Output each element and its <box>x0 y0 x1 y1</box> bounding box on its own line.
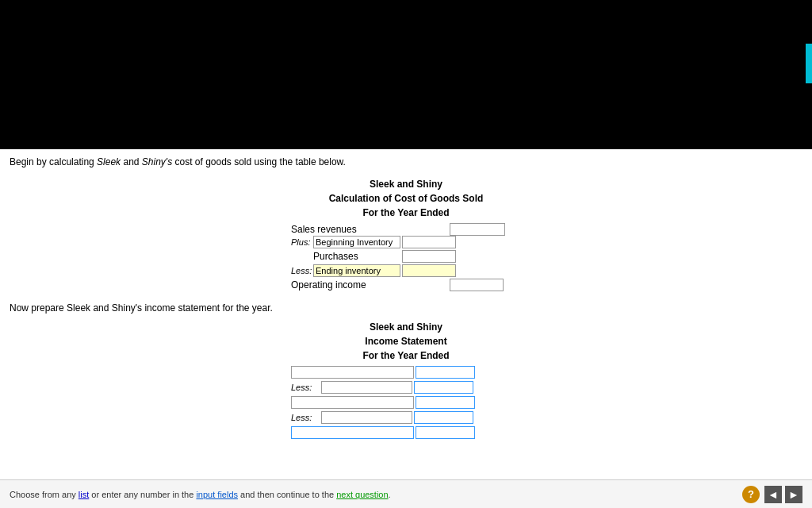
ending-inventory-row: Less: <box>291 264 521 277</box>
operating-income-row: Operating income <box>291 279 521 291</box>
cogs-table: Sales revenues Plus: Purchases Less: <box>291 223 521 291</box>
income-less-value-input[interactable] <box>414 381 473 394</box>
beginning-inventory-row: Plus: <box>291 236 521 248</box>
intro-company2: Shiny's <box>142 156 172 167</box>
cogs-section: Sleek and Shiny Calculation of Cost of G… <box>10 177 802 291</box>
purchases-input[interactable] <box>402 250 456 263</box>
income-less-prefix: Less: <box>291 383 321 392</box>
black-top-section <box>0 0 812 149</box>
income-less-label-2[interactable] <box>321 411 412 424</box>
prepare-paragraph: Now prepare Sleek and Shiny's income sta… <box>10 302 802 314</box>
operating-income-label: Operating income <box>291 279 450 291</box>
ending-inventory-value-input[interactable] <box>402 264 456 277</box>
help-button[interactable]: ? <box>742 486 760 503</box>
income-value-1[interactable] <box>416 366 475 379</box>
cogs-title1: Sleek and Shiny <box>10 177 802 191</box>
income-value-3[interactable] <box>416 396 475 409</box>
teal-accent-bar <box>806 44 812 83</box>
income-label-1[interactable] <box>291 366 414 379</box>
prepare-text2: and <box>90 302 112 314</box>
prepare-text3: income statement for the year. <box>142 302 273 314</box>
bottom-bar: Choose from any list or enter any number… <box>0 479 812 508</box>
income-row-1 <box>291 366 521 379</box>
footer-next-link[interactable]: next question <box>336 490 388 499</box>
nav-buttons: ◄ ► <box>764 486 802 503</box>
income-title3: For the Year Ended <box>10 348 802 363</box>
footer-input-link[interactable]: input fields <box>196 490 238 499</box>
income-less-label-input[interactable] <box>321 381 412 394</box>
cogs-title3: For the Year Ended <box>10 206 802 220</box>
income-title1: Sleek and Shiny <box>10 320 802 334</box>
next-button[interactable]: ► <box>785 486 802 503</box>
intro-begin: Begin <box>10 156 34 167</box>
prepare-company2: Shiny's <box>112 302 142 314</box>
intro-mid: by calculating <box>34 156 97 167</box>
income-less-row-2: Less: <box>291 411 521 424</box>
beginning-inventory-value-input[interactable] <box>402 236 456 248</box>
sales-revenues-row: Sales revenues <box>291 223 521 236</box>
sales-revenues-label: Sales revenues <box>291 224 450 235</box>
income-table: Less: Less: <box>291 366 521 439</box>
income-less-prefix-2: Less: <box>291 413 321 422</box>
prepare-text-start: Now prepare <box>10 302 67 314</box>
main-content: Begin by calculating Sleek and Shiny's c… <box>0 149 812 456</box>
income-title2: Income Statement <box>10 334 802 348</box>
intro-and: and <box>121 156 142 167</box>
income-label-5[interactable] <box>291 426 414 439</box>
intro-paragraph: Begin by calculating Sleek and Shiny's c… <box>10 156 802 169</box>
footer-list-link[interactable]: list <box>79 490 89 499</box>
intro-end: cost of goods sold using the table below… <box>172 156 346 167</box>
beginning-inventory-label-input[interactable] <box>313 236 400 248</box>
income-row-5 <box>291 426 521 439</box>
operating-income-input[interactable] <box>450 279 504 291</box>
plus-prefix: Plus: <box>291 237 313 247</box>
income-label-3[interactable] <box>291 396 414 409</box>
less-prefix: Less: <box>291 266 313 275</box>
income-less-value-2[interactable] <box>414 411 473 424</box>
prev-button[interactable]: ◄ <box>764 486 782 503</box>
purchases-row: Purchases <box>291 250 521 263</box>
income-less-row: Less: <box>291 381 521 394</box>
ending-inventory-label-input[interactable] <box>313 264 400 277</box>
cogs-title2: Calculation of Cost of Goods Sold <box>10 191 802 206</box>
footer-text: Choose from any list or enter any number… <box>10 490 391 499</box>
sales-revenues-input[interactable] <box>450 223 505 236</box>
purchases-label: Purchases <box>313 251 400 262</box>
income-section: Sleek and Shiny Income Statement For the… <box>10 320 802 439</box>
income-value-5[interactable] <box>416 426 475 439</box>
intro-company1: Sleek <box>97 156 121 167</box>
income-row-3 <box>291 396 521 409</box>
prepare-company1: Sleek <box>67 302 90 314</box>
